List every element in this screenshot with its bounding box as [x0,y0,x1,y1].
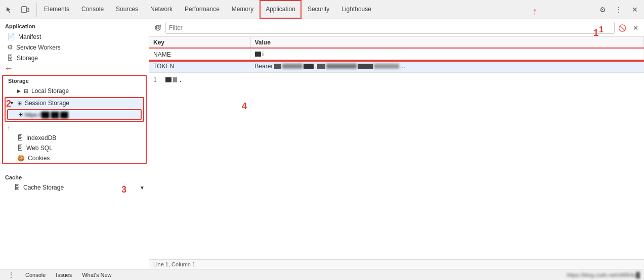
toolbar-icons [2,3,37,17]
storage-label: Storage [17,55,38,62]
sidebar-storage-item[interactable]: 🗄 Storage [0,53,149,63]
annotation-3-label: 3 [121,184,126,195]
preview-content: . [165,76,182,83]
table-row-name[interactable]: NAME i [149,49,644,61]
local-storage-label: Local Storage [31,87,69,95]
tab-bar: Elements Console Sources Network Perform… [38,0,598,19]
annotation-1-label: 1 [593,28,598,38]
annotation-1: 1 [599,25,604,34]
toolbar-right: ⚙ ⋮ ✕ [595,3,642,17]
sidebar: Application 📄 Manifest ⚙ Service Workers… [0,19,149,269]
annotation-2-label: 2 [6,99,11,109]
row-token-value: Bearer . ... [250,61,644,72]
close-icon[interactable]: ✕ [628,3,642,17]
annotation-4-label: 4 [242,101,247,112]
filter-input[interactable] [165,22,615,34]
cache-storage-icon: 🗄 [14,184,20,191]
token-blur6 [358,64,373,69]
svg-rect-0 [22,7,26,13]
cache-storage-chevron: ▼ [140,185,145,191]
tab-security[interactable]: Security [302,0,335,19]
sidebar-application-header: Application [0,19,149,31]
tab-performance[interactable]: Performance [179,0,226,19]
web-sql-label: Web SQL [26,145,53,152]
sidebar-web-sql[interactable]: 🗄 Web SQL [3,143,146,153]
col-value-header: Value [250,37,644,49]
filter-bar: 🚫 ✕ [149,19,644,37]
more-icon[interactable]: ⋮ [612,3,626,17]
filter-block-button[interactable]: 🚫 [617,22,628,33]
status-console-tab[interactable]: Console [22,269,49,281]
svg-rect-1 [27,8,29,12]
status-bar: ⋮ Console Issues What's New https://blog… [0,269,644,280]
status-url: https://blog.csdn.net/sfi664o█ [567,272,640,278]
storage-table: Key Value NAME i [149,37,644,72]
token-blur3 [304,64,314,69]
sidebar-service-workers[interactable]: ⚙ Service Workers [0,42,149,53]
settings-icon[interactable]: ⚙ [595,3,610,17]
indexed-db-label: IndexedDB [26,134,56,142]
session-url-grid-icon: ⊞ [18,111,23,118]
cursor-icon[interactable] [2,3,16,17]
local-storage-grid-icon: ⊞ [24,88,28,95]
token-sep1: . [315,63,316,70]
manifest-icon: 📄 [7,33,15,40]
indexed-db-icon: 🗄 [17,134,23,142]
storage-section-header: Storage [3,76,146,86]
status-bar-left: ⋮ Console Issues What's New [4,268,115,281]
token-blur2 [282,64,303,69]
refresh-button[interactable] [152,22,163,33]
tab-lighthouse[interactable]: Lighthouse [335,0,377,19]
position-text: Line 1, Column 1 [153,261,195,267]
line-number: 1 [153,76,163,83]
sidebar-indexed-db[interactable]: 🗄 IndexedDB [3,133,146,143]
row-token-key: TOKEN [149,61,250,72]
storage-icon: 🗄 [7,54,14,62]
preview-area: 1 . [149,73,644,259]
tab-memory[interactable]: Memory [226,0,260,19]
status-whats-new-tab[interactable]: What's New [79,269,114,281]
cache-storage-label: Cache Storage [23,184,64,191]
row-name-key: NAME [149,49,250,61]
cookies-label: Cookies [28,155,50,162]
tab-elements[interactable]: Elements [38,0,75,19]
token-bearer: Bearer [255,63,273,70]
status-url-text: https://blog.csdn.net/sfi664o█ [567,272,640,278]
token-blur7 [374,64,399,69]
sidebar-manifest[interactable]: 📄 Manifest [0,31,149,42]
status-issues-tab[interactable]: Issues [53,269,75,281]
main-content: 🚫 ✕ Key Value NAME [149,19,644,269]
name-value-text: i [263,51,264,58]
col-key-header: Key [149,37,250,49]
preview-line-1: 1 . [153,76,640,83]
status-more-icon[interactable]: ⋮ [4,268,18,281]
position-info: Line 1, Column 1 [149,259,644,269]
session-url-text: https://██ ██ ██ [25,112,68,118]
session-storage-url-item[interactable]: ⊞ https://██ ██ ██ [7,109,142,120]
service-workers-label: Service Workers [16,44,61,51]
sidebar-cookies[interactable]: 🍪 Cookies [3,153,146,163]
preview-dot: . [179,76,182,83]
token-blur4 [317,64,325,69]
local-storage-chevron: ▶ [17,88,21,94]
annotation-arrow-2: ← [4,63,13,74]
tab-sources[interactable]: Sources [110,0,144,19]
sidebar-session-storage[interactable]: ▼ ⊞ Session Storage [6,98,143,108]
token-ellipsis: ... [400,63,405,70]
token-blur1 [274,64,281,69]
filter-clear-button[interactable]: ✕ [630,22,641,33]
manifest-label: Manifest [18,33,41,40]
sidebar-local-storage[interactable]: ▶ ⊞ Local Storage [3,86,146,96]
tab-application[interactable]: Application [260,0,302,19]
storage-section-box: Storage ▶ ⊞ Local Storage ▼ ⊞ Session St… [2,75,147,164]
table-row-token[interactable]: TOKEN Bearer . [149,61,644,72]
preview-blur1 [165,77,171,82]
tab-console[interactable]: Console [75,0,110,19]
device-icon[interactable] [18,3,32,17]
tab-network[interactable]: Network [144,0,179,19]
devtools-body: Application 📄 Manifest ⚙ Service Workers… [0,19,644,269]
session-storage-box: ▼ ⊞ Session Storage ⊞ https://██ ██ ██ [5,97,144,122]
row-name-value: i [250,49,644,61]
table-header-row: Key Value [149,37,644,49]
token-blur5 [326,64,357,69]
